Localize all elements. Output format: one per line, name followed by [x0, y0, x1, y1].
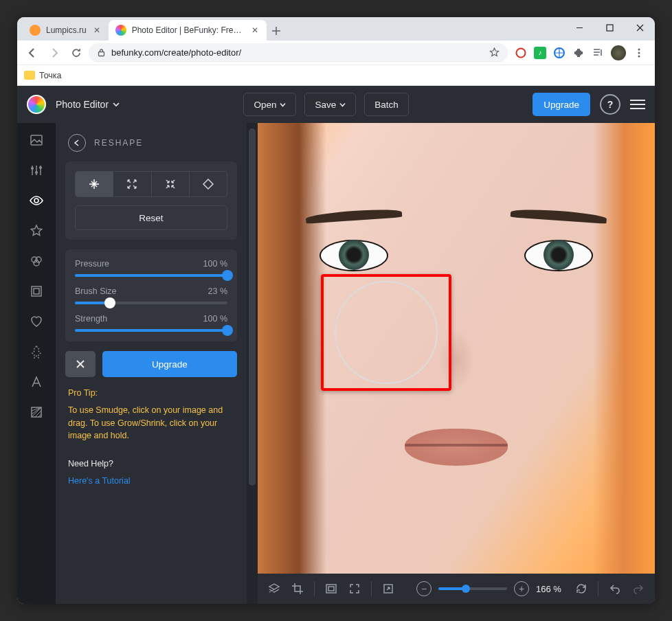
- undo-icon[interactable]: [608, 582, 622, 596]
- texture-icon[interactable]: [29, 405, 44, 420]
- lock-icon: [97, 48, 106, 57]
- bookmark-star-icon[interactable]: [489, 47, 500, 58]
- ext-icon[interactable]: ♪: [534, 47, 546, 59]
- svg-rect-0: [607, 25, 613, 31]
- redo-icon[interactable]: [631, 582, 645, 596]
- chevron-down-icon: [339, 102, 346, 108]
- fit-icon[interactable]: [324, 582, 338, 596]
- address-bar: befunky.com/create/photo-editor/ ♪: [17, 41, 655, 65]
- bookmark-folder[interactable]: Точка: [24, 71, 62, 80]
- help-button[interactable]: ?: [600, 94, 620, 115]
- back-button[interactable]: [23, 43, 42, 63]
- reading-list-icon[interactable]: [592, 47, 604, 59]
- star-icon[interactable]: [29, 223, 44, 238]
- smudge-tool[interactable]: [76, 172, 113, 196]
- menu-icon[interactable]: [633, 47, 645, 59]
- reset-zoom-icon[interactable]: [574, 582, 588, 596]
- chevron-down-icon: [280, 102, 286, 108]
- reset-button[interactable]: Reset: [75, 205, 227, 230]
- overlay-icon[interactable]: [29, 253, 44, 269]
- crop-icon[interactable]: [291, 582, 304, 596]
- panel-title: RESHAPE: [94, 138, 143, 148]
- shape-icon[interactable]: [29, 344, 44, 359]
- shrink-tool[interactable]: [152, 172, 190, 196]
- reload-button[interactable]: [67, 43, 86, 63]
- cancel-button[interactable]: [65, 351, 96, 377]
- forward-button[interactable]: [45, 43, 64, 63]
- heart-icon[interactable]: [29, 314, 44, 329]
- frame-icon[interactable]: [29, 284, 44, 299]
- brush-size-slider[interactable]: [75, 302, 227, 304]
- app-header: Photo Editor Open Save Batch Upgrade ?: [17, 86, 655, 123]
- batch-button[interactable]: Batch: [364, 93, 409, 116]
- close-icon[interactable]: ✕: [92, 25, 102, 35]
- zoom-out-button[interactable]: −: [416, 581, 432, 596]
- omnibox[interactable]: befunky.com/create/photo-editor/: [89, 43, 508, 63]
- slider-label: Strength: [75, 314, 107, 324]
- text-icon[interactable]: [29, 374, 44, 389]
- app-logo[interactable]: [27, 95, 46, 114]
- button-label: Open: [254, 100, 276, 110]
- tab-favicon: [115, 25, 126, 36]
- close-window-button[interactable]: [625, 17, 655, 38]
- sliders-icon[interactable]: [29, 163, 44, 178]
- svg-rect-15: [32, 286, 41, 296]
- image-tool-icon[interactable]: [29, 133, 44, 148]
- reshape-mode-row: [75, 171, 227, 197]
- new-tab-button[interactable]: [267, 21, 286, 41]
- svg-rect-18: [326, 585, 336, 593]
- svg-rect-19: [328, 587, 334, 591]
- panel-scrollbar[interactable]: [247, 123, 258, 604]
- url-text: befunky.com/create/photo-editor/: [111, 47, 484, 58]
- strength-slider[interactable]: [75, 329, 227, 332]
- restore-tool[interactable]: [190, 172, 227, 196]
- layers-icon[interactable]: [267, 582, 281, 596]
- svg-point-5: [638, 52, 640, 54]
- grow-tool[interactable]: [113, 172, 151, 196]
- pressure-slider[interactable]: [75, 274, 227, 277]
- folder-icon: [24, 71, 35, 80]
- svg-point-2: [517, 48, 526, 57]
- zoom-slider[interactable]: [438, 587, 507, 590]
- tab-label: Lumpics.ru: [46, 25, 87, 35]
- expand-icon[interactable]: [381, 582, 395, 596]
- save-button[interactable]: Save: [304, 93, 356, 116]
- tutorial-link[interactable]: Here's a Tutorial: [68, 475, 234, 488]
- tool-rail: [17, 123, 56, 604]
- selection-highlight: [321, 274, 451, 391]
- zoom-in-button[interactable]: +: [514, 581, 529, 596]
- close-icon[interactable]: ✕: [250, 25, 260, 35]
- maximize-button[interactable]: [594, 17, 625, 38]
- bottom-toolbar: − + 166 %: [258, 574, 655, 604]
- titlebar: Lumpics.ru ✕ Photo Editor | BeFunky: Fre…: [17, 17, 655, 41]
- chevron-down-icon: [113, 101, 120, 108]
- ext-icon[interactable]: [515, 47, 527, 59]
- tab-lumpics[interactable]: Lumpics.ru ✕: [23, 20, 109, 41]
- svg-point-10: [39, 166, 42, 169]
- upgrade-button[interactable]: Upgrade: [533, 93, 590, 116]
- brush-cursor: [335, 281, 438, 384]
- bookmark-label: Точка: [39, 71, 62, 80]
- svg-point-9: [35, 171, 38, 174]
- panel-upgrade-button[interactable]: Upgrade: [102, 351, 237, 377]
- tab-favicon: [30, 25, 41, 36]
- eye-tool-icon[interactable]: [29, 193, 44, 208]
- side-panel: RESHAPE Reset Pressure100 % Brush Size23…: [56, 123, 247, 604]
- slider-value: 100 %: [203, 259, 227, 269]
- mode-selector[interactable]: Photo Editor: [56, 99, 120, 110]
- minimize-button[interactable]: [564, 17, 594, 38]
- open-button[interactable]: Open: [243, 93, 296, 116]
- editor-canvas[interactable]: [258, 123, 655, 574]
- profile-avatar[interactable]: [611, 45, 626, 60]
- hamburger-menu[interactable]: [630, 100, 645, 109]
- fullscreen-icon[interactable]: [348, 582, 361, 596]
- back-arrow-button[interactable]: [68, 134, 86, 152]
- slider-label: Brush Size: [75, 286, 116, 296]
- svg-point-6: [638, 55, 640, 57]
- svg-rect-1: [99, 52, 104, 56]
- tab-befunky[interactable]: Photo Editor | BeFunky: Free Onl ✕: [109, 20, 267, 41]
- ext-icon[interactable]: [553, 47, 565, 59]
- svg-point-4: [638, 48, 640, 50]
- extensions-icon[interactable]: [572, 47, 585, 59]
- svg-point-11: [34, 199, 38, 203]
